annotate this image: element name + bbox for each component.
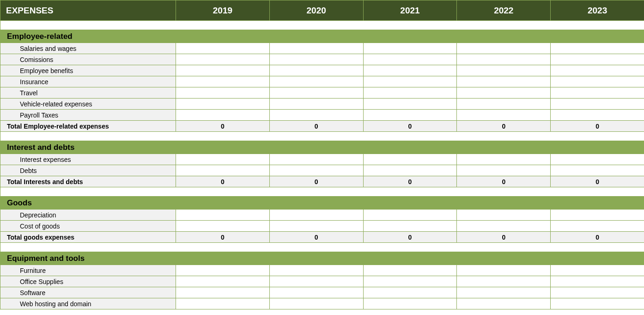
total-cell: 0	[363, 232, 457, 243]
item-cell[interactable]	[363, 154, 457, 165]
item-cell[interactable]	[457, 65, 551, 76]
item-label: Travel	[0, 87, 176, 99]
item-cell[interactable]	[269, 87, 363, 99]
item-cell[interactable]	[363, 99, 457, 110]
item-cell[interactable]	[176, 265, 270, 276]
item-cell[interactable]	[269, 165, 363, 176]
header-row: EXPENSES 2019 2020 2021 2022 2023	[0, 0, 644, 21]
item-cell[interactable]	[269, 154, 363, 165]
item-cell[interactable]	[363, 298, 457, 309]
item-cell[interactable]	[269, 99, 363, 110]
total-cell: 0	[269, 176, 363, 187]
item-row: Office Supplies	[0, 276, 644, 287]
item-cell[interactable]	[176, 210, 270, 221]
item-cell[interactable]	[457, 221, 551, 232]
total-cell: 0	[176, 232, 270, 243]
item-cell[interactable]	[176, 110, 270, 121]
item-cell[interactable]	[551, 43, 644, 54]
item-cell[interactable]	[176, 65, 270, 76]
header-year: 2019	[176, 0, 270, 21]
item-cell[interactable]	[363, 65, 457, 76]
item-cell[interactable]	[551, 165, 644, 176]
item-cell[interactable]	[551, 65, 644, 76]
item-cell[interactable]	[457, 298, 551, 309]
item-cell[interactable]	[176, 276, 270, 287]
item-cell[interactable]	[457, 110, 551, 121]
item-cell[interactable]	[176, 154, 270, 165]
item-cell[interactable]	[176, 76, 270, 87]
item-cell[interactable]	[457, 154, 551, 165]
item-cell[interactable]	[363, 287, 457, 298]
item-cell[interactable]	[176, 99, 270, 110]
item-cell[interactable]	[269, 298, 363, 309]
item-label: Software	[0, 287, 176, 298]
item-cell[interactable]	[269, 221, 363, 232]
item-cell[interactable]	[269, 276, 363, 287]
item-label: Web hosting and domain	[0, 298, 176, 309]
item-cell[interactable]	[551, 287, 644, 298]
item-cell[interactable]	[176, 298, 270, 309]
total-row: Total goods expenses 0 0 0 0 0	[0, 232, 644, 243]
item-cell[interactable]	[363, 110, 457, 121]
item-cell[interactable]	[551, 210, 644, 221]
item-cell[interactable]	[176, 87, 270, 99]
item-cell[interactable]	[363, 221, 457, 232]
item-cell[interactable]	[551, 276, 644, 287]
item-cell[interactable]	[363, 165, 457, 176]
item-cell[interactable]	[269, 43, 363, 54]
item-cell[interactable]	[363, 76, 457, 87]
item-cell[interactable]	[457, 43, 551, 54]
total-row: Total Employee-related expenses 0 0 0 0 …	[0, 121, 644, 132]
item-row: Vehicle-related expenses	[0, 99, 644, 110]
item-cell[interactable]	[176, 287, 270, 298]
item-cell[interactable]	[457, 99, 551, 110]
item-cell[interactable]	[176, 43, 270, 54]
item-cell[interactable]	[551, 298, 644, 309]
total-cell: 0	[457, 121, 551, 132]
item-cell[interactable]	[363, 210, 457, 221]
item-cell[interactable]	[269, 287, 363, 298]
item-cell[interactable]	[457, 287, 551, 298]
item-cell[interactable]	[457, 210, 551, 221]
item-cell[interactable]	[457, 54, 551, 65]
item-cell[interactable]	[363, 276, 457, 287]
item-cell[interactable]	[269, 265, 363, 276]
item-cell[interactable]	[457, 276, 551, 287]
total-cell: 0	[363, 121, 457, 132]
item-cell[interactable]	[551, 110, 644, 121]
item-cell[interactable]	[176, 165, 270, 176]
item-label: Office Supplies	[0, 276, 176, 287]
total-label: Total Interests and debts	[0, 176, 176, 187]
item-cell[interactable]	[551, 54, 644, 65]
item-label: Cost of goods	[0, 221, 176, 232]
item-cell[interactable]	[457, 87, 551, 99]
item-cell[interactable]	[176, 221, 270, 232]
item-cell[interactable]	[551, 221, 644, 232]
item-cell[interactable]	[269, 210, 363, 221]
item-cell[interactable]	[551, 76, 644, 87]
header-year: 2021	[363, 0, 457, 21]
section-header: Interest and debts	[0, 141, 644, 154]
item-cell[interactable]	[363, 43, 457, 54]
item-cell[interactable]	[457, 165, 551, 176]
item-cell[interactable]	[551, 265, 644, 276]
item-cell[interactable]	[176, 54, 270, 65]
item-label: Vehicle-related expenses	[0, 99, 176, 110]
item-cell[interactable]	[551, 154, 644, 165]
item-cell[interactable]	[551, 87, 644, 99]
item-cell[interactable]	[269, 65, 363, 76]
expenses-table: EXPENSES 2019 2020 2021 2022 2023 Employ…	[0, 0, 644, 309]
item-label: Comissions	[0, 54, 176, 65]
item-cell[interactable]	[269, 110, 363, 121]
item-row: Salaries and wages	[0, 43, 644, 54]
item-row: Payroll Taxes	[0, 110, 644, 121]
item-cell[interactable]	[363, 87, 457, 99]
item-cell[interactable]	[363, 265, 457, 276]
item-cell[interactable]	[363, 54, 457, 65]
item-cell[interactable]	[551, 99, 644, 110]
item-cell[interactable]	[269, 54, 363, 65]
item-cell[interactable]	[269, 76, 363, 87]
item-cell[interactable]	[457, 265, 551, 276]
item-label: Insurance	[0, 76, 176, 87]
item-cell[interactable]	[457, 76, 551, 87]
